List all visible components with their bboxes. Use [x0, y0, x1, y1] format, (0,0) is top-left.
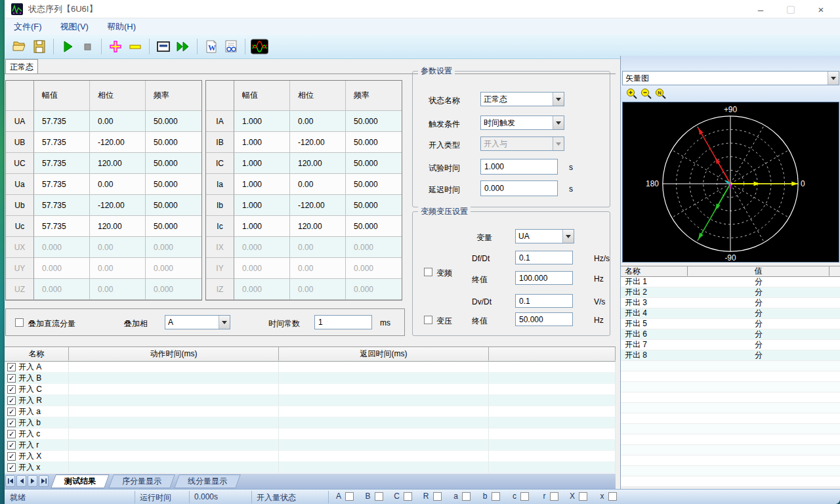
value-cell[interactable]: 0.000 [234, 237, 290, 258]
value-cell[interactable]: 57.735 [34, 153, 90, 174]
value-cell[interactable]: -120.00 [290, 132, 346, 153]
chevron-down-icon[interactable] [219, 316, 230, 329]
action-time-cell[interactable] [69, 406, 279, 417]
value-cell[interactable]: 0.00 [90, 111, 146, 132]
add-state-button[interactable] [106, 37, 125, 56]
value-cell[interactable]: 0.000 [346, 237, 402, 258]
value-cell[interactable]: 50.000 [146, 132, 201, 153]
value-cell[interactable]: 1.000 [234, 174, 290, 195]
value-cell[interactable]: 1.000 [234, 216, 290, 237]
superpose-dc-checkbox[interactable] [15, 318, 24, 327]
action-time-cell[interactable] [69, 384, 279, 395]
last-page-button[interactable] [39, 475, 49, 487]
return-time-cell[interactable] [279, 373, 489, 384]
value-cell[interactable]: 50.000 [346, 174, 402, 195]
value-cell[interactable]: 120.00 [90, 153, 146, 174]
value-cell[interactable]: 0.00 [90, 237, 146, 258]
value-cell[interactable]: 57.735 [34, 216, 90, 237]
row-checkbox[interactable]: ✓ [7, 385, 16, 394]
value-cell[interactable]: 1.000 [234, 195, 290, 216]
return-time-cell[interactable] [279, 440, 489, 451]
menu-view[interactable]: 视图(V) [51, 21, 98, 33]
value-cell[interactable]: 0.000 [346, 279, 402, 300]
row-checkbox[interactable]: ✓ [7, 430, 16, 438]
waveform-view-button[interactable] [249, 37, 269, 56]
value-cell[interactable]: 120.00 [90, 216, 146, 237]
value-cell[interactable]: 1.000 [234, 132, 290, 153]
next-page-button[interactable] [28, 475, 37, 487]
return-time-cell[interactable] [279, 451, 489, 462]
value-cell[interactable]: 50.000 [346, 132, 402, 153]
action-time-cell[interactable] [69, 462, 279, 473]
value-cell[interactable]: 0.000 [146, 237, 201, 258]
trigger-select[interactable]: 时间触发 [480, 116, 564, 130]
action-time-cell[interactable] [69, 362, 279, 373]
value-cell[interactable]: 0.00 [90, 258, 146, 279]
value-cell[interactable]: 0.000 [346, 258, 402, 279]
value-cell[interactable]: 50.000 [346, 216, 402, 237]
value-cell[interactable]: 0.000 [34, 258, 90, 279]
value-cell[interactable]: 0.00 [290, 258, 346, 279]
value-cell[interactable]: 120.00 [290, 216, 346, 237]
value-cell[interactable]: 0.00 [90, 174, 146, 195]
value-cell[interactable]: 0.000 [34, 279, 90, 300]
variable-select[interactable]: UA [515, 229, 574, 243]
row-checkbox[interactable]: ✓ [7, 374, 16, 383]
value-cell[interactable]: 57.735 [34, 111, 90, 132]
test-time-input[interactable]: 1.000 [480, 159, 558, 175]
volt-end-input[interactable]: 50.000 [515, 312, 573, 326]
superpose-phase-select[interactable]: A [165, 315, 230, 329]
row-checkbox[interactable]: ✓ [7, 408, 16, 416]
minimize-button[interactable]: – [746, 0, 776, 18]
state-name-select[interactable]: 正常态 [480, 92, 564, 106]
row-checkbox[interactable]: ✓ [7, 463, 16, 472]
value-cell[interactable]: 1.000 [234, 111, 290, 132]
action-time-cell[interactable] [69, 451, 279, 462]
open-button[interactable] [10, 37, 30, 56]
return-time-cell[interactable] [279, 429, 489, 440]
return-time-cell[interactable] [279, 362, 489, 373]
export-word-button[interactable]: W [201, 37, 221, 56]
state-tab[interactable]: 正常态 [5, 59, 38, 74]
value-cell[interactable]: 57.735 [34, 174, 90, 195]
tab-test-results[interactable]: 测试结果 [51, 474, 110, 488]
value-cell[interactable]: 50.000 [146, 153, 201, 174]
value-cell[interactable]: 50.000 [146, 111, 201, 132]
action-time-cell[interactable] [69, 373, 279, 384]
zoom-out-button[interactable] [639, 87, 654, 100]
zoom-reset-button[interactable]: N [654, 87, 668, 100]
value-cell[interactable]: 50.000 [146, 195, 201, 216]
value-cell[interactable]: -120.00 [90, 132, 146, 153]
report-preview-button[interactable] [221, 37, 241, 56]
value-cell[interactable]: 50.000 [146, 174, 201, 195]
chevron-down-icon[interactable] [562, 230, 574, 243]
value-cell[interactable]: 0.000 [234, 279, 290, 300]
value-cell[interactable]: 0.00 [90, 279, 146, 300]
tab-sequence-components[interactable]: 序分量显示 [108, 474, 175, 488]
remove-state-button[interactable] [125, 37, 145, 56]
view-mode-select[interactable]: 矢量图 [622, 71, 839, 85]
value-cell[interactable]: -120.00 [90, 195, 146, 216]
value-cell[interactable]: 0.00 [290, 237, 346, 258]
return-time-cell[interactable] [279, 395, 489, 406]
dvdt-input[interactable]: 0.1 [515, 294, 573, 308]
return-time-cell[interactable] [279, 384, 489, 395]
value-cell[interactable]: 120.00 [290, 153, 346, 174]
chevron-down-icon[interactable] [553, 93, 564, 106]
value-cell[interactable]: 0.000 [146, 279, 201, 300]
action-time-cell[interactable] [69, 395, 279, 406]
value-cell[interactable]: 0.00 [290, 279, 346, 300]
value-cell[interactable]: 57.735 [34, 195, 90, 216]
zoom-in-button[interactable] [625, 87, 639, 100]
run-all-button[interactable] [173, 37, 193, 56]
value-cell[interactable]: -120.00 [290, 195, 346, 216]
maximize-button[interactable]: ▢ [776, 0, 806, 18]
action-time-cell[interactable] [69, 440, 279, 451]
row-checkbox[interactable]: ✓ [7, 419, 16, 427]
row-checkbox[interactable]: ✓ [7, 396, 16, 405]
value-cell[interactable]: 1.000 [234, 153, 290, 174]
chevron-down-icon[interactable] [828, 72, 839, 85]
row-checkbox[interactable]: ✓ [7, 363, 16, 371]
start-button[interactable] [58, 37, 77, 56]
menu-file[interactable]: 文件(F) [5, 21, 51, 33]
